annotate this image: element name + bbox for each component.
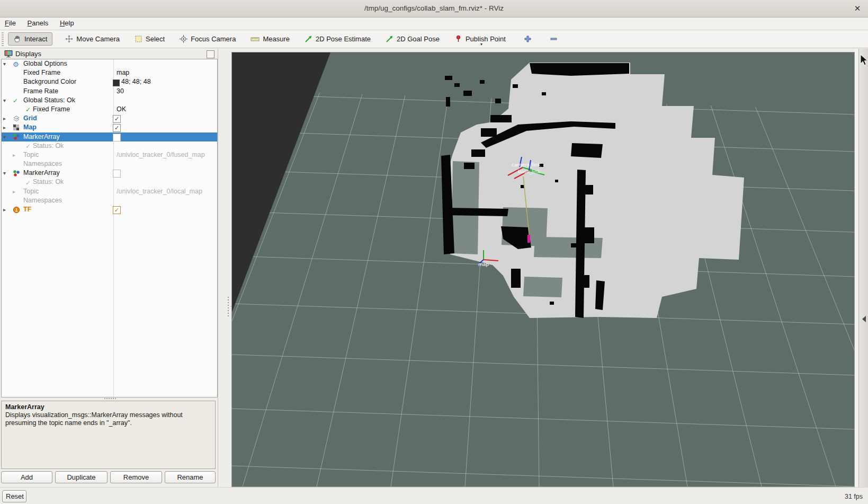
- displays-panel-header: Displays: [1, 49, 217, 59]
- toolbar-overflow-icon[interactable]: ▾: [480, 42, 482, 47]
- row-value[interactable]: 48; 48; 48: [121, 77, 151, 86]
- tool-measure[interactable]: Measure: [250, 35, 290, 43]
- row-value[interactable]: /univloc_tracker_0/fused_map: [117, 151, 205, 160]
- close-icon[interactable]: ✕: [852, 3, 863, 14]
- display-description-panel: MarkerArray Displays visualization_msgs:…: [1, 401, 216, 469]
- render-viewport-3d[interactable]: camera_link base_link map: [231, 52, 855, 487]
- title-bar: /tmp/ug_configs/collab_slam_fm.rviz* - R…: [0, 0, 868, 17]
- displays-monitor-icon: [4, 50, 13, 59]
- display-tree-row-map[interactable]: ▸Map✓: [2, 123, 217, 132]
- row-label: Namespaces: [23, 160, 62, 169]
- display-tree-row-tf[interactable]: ▸TF✓: [2, 205, 217, 214]
- splitter-dots: [228, 297, 229, 318]
- description-title: MarkerArray: [5, 403, 44, 411]
- add-tool-button[interactable]: [524, 35, 532, 43]
- row-label: Grid: [23, 114, 37, 123]
- check-icon: ✓: [25, 106, 31, 113]
- row-value[interactable]: /univloc_tracker_0/local_map: [117, 187, 202, 196]
- tool-interact[interactable]: Interact: [8, 32, 52, 46]
- menu-help[interactable]: Help: [55, 17, 79, 30]
- display-tree-row-background-color[interactable]: Background Color48; 48; 48: [2, 77, 217, 86]
- tf-label-map: map: [478, 262, 489, 267]
- hand-icon: [13, 35, 21, 43]
- ruler-icon: [250, 35, 259, 43]
- remove-display-button[interactable]: Remove: [110, 471, 162, 483]
- marker-array-icon: [13, 170, 20, 177]
- row-label: Status: Ok: [33, 142, 64, 151]
- check-icon: ✓: [13, 97, 18, 104]
- enable-checkbox[interactable]: ✓: [113, 115, 121, 123]
- gear-icon: ⚙: [13, 60, 19, 68]
- display-tree-row-frame-rate[interactable]: Frame Rate30: [2, 87, 217, 96]
- row-label: Namespaces: [23, 196, 62, 205]
- status-bar: Reset 31 fps: [0, 487, 868, 504]
- right-dock-collapsed[interactable]: [858, 49, 868, 490]
- tf-label-base-link: base_link: [518, 169, 541, 174]
- displays-panel-title: Displays: [15, 50, 41, 58]
- menu-panels[interactable]: Panels: [23, 17, 53, 30]
- expander-closed-icon[interactable]: ▸: [13, 151, 15, 160]
- expander-closed-icon[interactable]: ▸: [3, 123, 6, 132]
- enable-checkbox[interactable]: [113, 170, 121, 178]
- tf-icon: [13, 206, 20, 214]
- green-arrow-icon: [305, 35, 312, 43]
- display-tree-row-namespaces[interactable]: Namespaces: [2, 160, 217, 169]
- row-label: Status: Ok: [33, 178, 64, 187]
- enable-checkbox[interactable]: [113, 134, 121, 142]
- rviz-window: /tmp/ug_configs/collab_slam_fm.rviz* - R…: [0, 0, 868, 504]
- tool-move-camera[interactable]: Move Camera: [65, 35, 120, 43]
- add-display-button[interactable]: Add: [1, 471, 52, 483]
- expander-open-icon[interactable]: ▾: [3, 132, 6, 142]
- move-camera-icon: [65, 35, 73, 43]
- rename-display-button[interactable]: Rename: [165, 471, 216, 483]
- focus-crosshair-icon: [180, 35, 187, 43]
- display-tree-row-fixed-frame[interactable]: ✓Fixed FrameOK: [2, 105, 217, 114]
- row-label: MarkerArray: [23, 132, 60, 142]
- row-label: Global Status: Ok: [23, 96, 75, 105]
- menu-file[interactable]: File: [0, 17, 21, 30]
- color-swatch[interactable]: [113, 79, 120, 86]
- expand-right-panel-arrow-icon[interactable]: [862, 316, 866, 322]
- expander-open-icon[interactable]: ▾: [3, 169, 6, 178]
- display-tree-row-status-ok[interactable]: ✓Status: Ok: [2, 142, 217, 151]
- expander-closed-icon[interactable]: ▸: [13, 187, 15, 196]
- display-tree-row-topic[interactable]: ▸Topic/univloc_tracker_0/local_map: [2, 187, 217, 196]
- tree-description-splitter[interactable]: [1, 396, 217, 401]
- dock-float-button[interactable]: [207, 50, 214, 58]
- row-label: Frame Rate: [23, 87, 58, 96]
- row-value: OK: [117, 105, 126, 114]
- display-tree-row-fixed-frame[interactable]: Fixed Framemap: [2, 68, 217, 77]
- tool-select[interactable]: Select: [135, 35, 165, 43]
- expander-closed-icon[interactable]: ▸: [3, 205, 6, 214]
- duplicate-display-button[interactable]: Duplicate: [55, 471, 108, 483]
- toolbar-drag-handle[interactable]: [2, 32, 4, 46]
- grid-icon: [13, 115, 20, 122]
- display-tree-row-global-options[interactable]: ▾⚙Global Options: [2, 59, 217, 68]
- expander-open-icon[interactable]: ▾: [3, 59, 6, 68]
- plus-icon: [524, 35, 532, 43]
- tool-2d-goal-pose[interactable]: 2D Goal Pose: [386, 35, 440, 43]
- row-value[interactable]: 30: [117, 87, 124, 96]
- row-value[interactable]: map: [117, 68, 129, 77]
- display-tree-row-topic[interactable]: ▸Topic/univloc_tracker_0/fused_map: [2, 151, 217, 160]
- fps-counter: 31 fps: [845, 493, 863, 500]
- display-tree-row-global-status-ok[interactable]: ▾✓Global Status: Ok: [2, 96, 217, 105]
- expander-open-icon[interactable]: ▾: [3, 96, 6, 105]
- expander-closed-icon[interactable]: ▸: [3, 114, 6, 123]
- display-tree-row-markerarray[interactable]: ▾MarkerArray: [2, 132, 217, 142]
- enable-checkbox[interactable]: ✓: [113, 124, 121, 132]
- display-tree-row-namespaces[interactable]: Namespaces: [2, 196, 217, 205]
- select-box-icon: [135, 35, 142, 43]
- row-label: Global Options: [23, 59, 67, 68]
- tool-focus-camera[interactable]: Focus Camera: [180, 35, 236, 43]
- display-tree-row-grid[interactable]: ▸Grid✓: [2, 114, 217, 123]
- remove-tool-button[interactable]: [550, 35, 558, 43]
- tool-2d-pose-estimate[interactable]: 2D Pose Estimate: [305, 35, 371, 43]
- panel-viewport-splitter[interactable]: [217, 49, 232, 487]
- display-tree-row-markerarray[interactable]: ▾MarkerArray: [2, 169, 217, 178]
- enable-checkbox[interactable]: ✓: [113, 206, 121, 214]
- display-tree-row-status-ok[interactable]: ✓Status: Ok: [2, 178, 217, 187]
- right-dock-gap: [855, 49, 858, 490]
- reset-button[interactable]: Reset: [2, 490, 26, 502]
- row-label: Map: [23, 123, 37, 132]
